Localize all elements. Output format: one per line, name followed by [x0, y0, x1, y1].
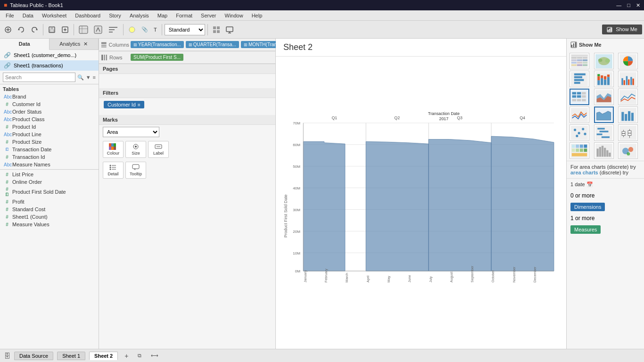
chart-thumb-scatter2[interactable]: [570, 124, 589, 141]
field-product-size[interactable]: # Product Size: [0, 138, 99, 146]
field-product-class[interactable]: Abc Product Class: [0, 115, 99, 123]
tab-data[interactable]: Data: [0, 39, 50, 50]
analytics-close-icon[interactable]: ✕: [83, 41, 88, 47]
toolbar-sep-4: [162, 24, 162, 35]
toolbar-extract[interactable]: [91, 24, 105, 35]
field-list-price[interactable]: # List Price: [0, 171, 99, 178]
toolbar-new-sheet[interactable]: [59, 25, 71, 35]
chart-thumb-scatter[interactable]: [570, 89, 589, 105]
datasource-transactions[interactable]: 🔗 Sheet1 (transactions): [0, 60, 99, 71]
marks-tooltip-btn[interactable]: Tooltip: [125, 162, 146, 179]
filter-icon[interactable]: ▼: [86, 74, 91, 80]
menu-map[interactable]: Map: [154, 12, 171, 19]
sort-sheet-button[interactable]: ⟷: [148, 352, 161, 360]
tab-data-source[interactable]: Data Source: [14, 352, 53, 360]
chart-thumb-box[interactable]: [618, 124, 638, 141]
show-me-button[interactable]: Show Me: [602, 25, 642, 34]
field-product-line[interactable]: Abc Product Line: [0, 131, 99, 138]
toolbar-sort[interactable]: [106, 24, 121, 35]
search-input[interactable]: [3, 73, 75, 82]
field-icon-brand: Abc: [4, 94, 10, 99]
toolbar-grid-btn[interactable]: [210, 25, 223, 35]
marks-detail-btn[interactable]: Detail: [103, 162, 124, 179]
chart-thumb-line[interactable]: [618, 89, 638, 105]
menu-story[interactable]: Story: [105, 12, 125, 19]
chart-thumb-area[interactable]: [594, 89, 614, 105]
chart-thumb-map[interactable]: [594, 53, 614, 69]
field-sheet1-count[interactable]: # Sheet1 (Count): [0, 213, 99, 221]
chart-thumb-hbar[interactable]: [570, 71, 589, 87]
minimize-btn[interactable]: —: [616, 2, 621, 8]
toolbar-standard-select[interactable]: Standard Fit Width Fit Height Entire Vie…: [165, 24, 205, 35]
toolbar-save[interactable]: [46, 25, 58, 35]
field-brand[interactable]: Abc Brand: [0, 93, 99, 100]
toolbar-undo[interactable]: [15, 25, 27, 35]
menu-dashboard[interactable]: Dashboard: [71, 12, 104, 19]
svg-rect-141: [572, 92, 577, 94]
toolbar-add-datasource[interactable]: [2, 25, 14, 35]
chart-thumb-histogram[interactable]: [594, 142, 614, 159]
toolbar-redo[interactable]: [28, 25, 41, 35]
dimensions-pill[interactable]: Dimensions: [570, 203, 605, 211]
chart-thumb-heatmap2[interactable]: [570, 142, 589, 159]
add-sheet-button[interactable]: +: [122, 351, 131, 361]
toolbar-present[interactable]: [223, 25, 236, 35]
field-measure-names[interactable]: Abc Measure Names: [0, 161, 99, 168]
chart-thumb-bar-vertical[interactable]: [618, 107, 638, 123]
titlebar-controls[interactable]: — □ ✕: [616, 2, 640, 8]
column-pill-quarter[interactable]: ⊞ QUARTER(Transa...: [186, 41, 239, 48]
marks-label-btn[interactable]: Label: [148, 141, 169, 158]
field-measure-values[interactable]: # Measure Values: [0, 221, 99, 228]
field-online-order[interactable]: # Online Order: [0, 178, 99, 186]
chart-thumb-bubble[interactable]: [618, 142, 638, 159]
maximize-btn[interactable]: □: [627, 2, 630, 8]
toolbar-highlight[interactable]: [126, 25, 138, 35]
field-customer-id[interactable]: # Customer Id: [0, 100, 99, 108]
chart-thumb-cont-line1[interactable]: [570, 107, 589, 123]
row-pill-product-first[interactable]: SUM(Product First S...: [131, 54, 183, 61]
field-profit[interactable]: # Profit: [0, 198, 99, 206]
duplicate-sheet-button[interactable]: ⧉: [135, 352, 144, 360]
field-product-id[interactable]: # Product Id: [0, 123, 99, 131]
menu-file[interactable]: File: [2, 12, 18, 19]
column-pill-year[interactable]: ⊞ YEAR(Transaction...: [131, 41, 184, 48]
svg-rect-111: [577, 64, 582, 66]
tab-sheet2[interactable]: Sheet 2: [89, 352, 118, 360]
chart-thumb-pie[interactable]: [618, 53, 638, 69]
list-icon[interactable]: ≡: [93, 74, 96, 80]
tab-analytics[interactable]: Analytics ✕: [50, 39, 99, 49]
chart-thumb-grouped-bar[interactable]: [618, 71, 638, 87]
field-product-first-sold-date[interactable]: #🗓 Product First Sold Date: [0, 186, 99, 198]
toolbar-swap[interactable]: [76, 24, 91, 35]
marks-colour-btn[interactable]: Colour: [103, 141, 124, 158]
menu-help[interactable]: Help: [248, 12, 266, 19]
toolbar-text[interactable]: T: [151, 25, 159, 34]
tab-sheet1[interactable]: Sheet 1: [57, 352, 85, 360]
menu-worksheet[interactable]: Worksheet: [38, 12, 70, 19]
marks-size-btn[interactable]: Size: [125, 141, 146, 158]
datasource-customer[interactable]: 🔗 Sheet1 (customer_demo...): [0, 50, 99, 60]
field-transaction-date[interactable]: 🗓 Transaction Date: [0, 146, 99, 153]
chart-thumb-area-discrete[interactable]: [594, 107, 614, 123]
close-btn[interactable]: ✕: [636, 2, 640, 8]
menu-data[interactable]: Data: [19, 12, 37, 19]
columns-label: Columns: [101, 41, 129, 48]
chart-thumb-gantt[interactable]: [594, 124, 614, 141]
chart-thumb-text-table[interactable]: [570, 53, 589, 69]
filter-pill-customer-id[interactable]: Customer Id ≡: [104, 101, 144, 108]
menu-analysis[interactable]: Analysis: [126, 12, 153, 19]
menu-server[interactable]: Server: [197, 12, 220, 19]
pages-header: Pages: [99, 64, 275, 74]
chart-thumb-stacked-bar[interactable]: [594, 71, 614, 87]
measures-pill[interactable]: Measures: [570, 225, 601, 234]
menu-format[interactable]: Format: [172, 12, 196, 19]
field-standard-cost[interactable]: # Standard Cost: [0, 206, 99, 213]
field-transaction-id[interactable]: # Transaction Id: [0, 153, 99, 161]
svg-marker-53: [134, 169, 135, 170]
toolbar-tooltip-icon[interactable]: 📎: [139, 25, 150, 34]
menu-window[interactable]: Window: [221, 12, 247, 19]
filter-pill-close-icon[interactable]: ≡: [138, 102, 140, 107]
marks-type-select[interactable]: Area Bar Line Circle Square Text Map Pie: [103, 127, 159, 137]
svg-point-166: [576, 134, 578, 137]
field-order-status[interactable]: Abc Order Status: [0, 108, 99, 115]
